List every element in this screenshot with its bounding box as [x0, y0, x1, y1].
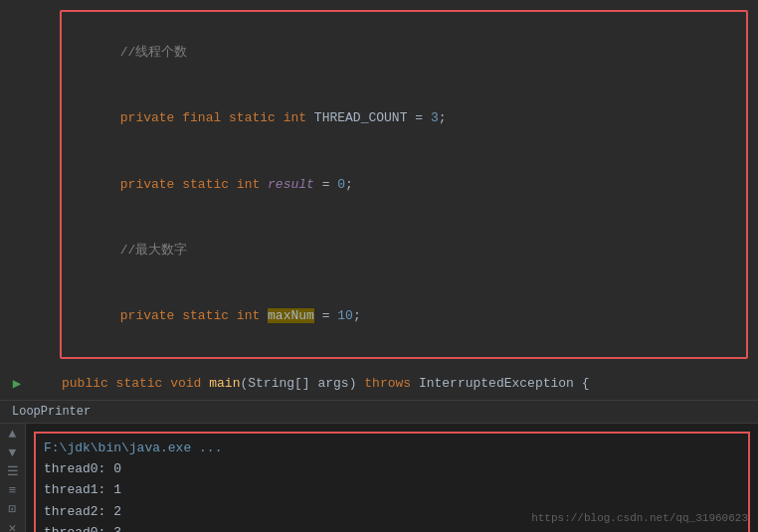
- type-3: int: [237, 308, 268, 323]
- code-line-1: private final static int THREAD_COUNT = …: [74, 86, 734, 151]
- settings-icon[interactable]: ≡: [9, 484, 17, 497]
- main-method-line: ▶ public static void main(String[] args)…: [0, 369, 758, 399]
- method-main: main: [209, 376, 240, 391]
- num-3: 3: [431, 110, 439, 125]
- comment-text: //线程个数: [120, 45, 188, 60]
- var-thread-count: THREAD_COUNT =: [314, 110, 431, 125]
- code-line-comment1: //线程个数: [74, 20, 734, 86]
- output-line-1: thread1: 1: [44, 479, 740, 500]
- watermark: https://blog.csdn.net/qq_31960623: [531, 512, 748, 524]
- keyword-1: private final static: [120, 110, 284, 125]
- breakpoint-dot: [38, 379, 48, 389]
- keyword-public: public static void: [62, 376, 209, 391]
- filter-icon[interactable]: ☰: [7, 465, 19, 478]
- var-maxnum: maxNum: [268, 308, 314, 323]
- code-block: //线程个数 private final static int THREAD_C…: [60, 10, 748, 359]
- close-icon[interactable]: ✕: [9, 522, 17, 533]
- code-line-3: private static int maxNum = 10;: [74, 283, 734, 349]
- main-method-code: public static void main(String[] args) t…: [62, 373, 590, 395]
- type-1: int: [284, 110, 314, 125]
- type-2: int: [237, 177, 268, 192]
- code-line-comment2: //最大数字: [74, 218, 734, 283]
- num-0: 0: [337, 177, 345, 192]
- console-sidebar: ▲ ▼ ☰ ≡ ⊡ ✕: [0, 424, 26, 533]
- run-arrow-icon[interactable]: ▶: [13, 373, 21, 397]
- var-result: result: [268, 177, 314, 192]
- output-cmd: F:\jdk\bin\java.exe ...: [44, 438, 740, 458]
- console-area: LoopPrinter ▲ ▼ ☰ ≡ ⊡ ✕ F:\jdk\bin\java.…: [0, 401, 758, 533]
- console-content: F:\jdk\bin\java.exe ... thread0: 0 threa…: [26, 424, 758, 533]
- console-title: LoopPrinter: [12, 405, 91, 419]
- num-10: 10: [337, 308, 353, 323]
- console-header: LoopPrinter: [0, 401, 758, 424]
- keyword-3: private static: [120, 308, 237, 323]
- scroll-up-icon[interactable]: ▲: [9, 428, 17, 441]
- keyword-throws: throws: [364, 376, 419, 391]
- code-line-2: private static int result = 0;: [74, 152, 734, 218]
- comment-text-2: //最大数字: [120, 243, 188, 258]
- editor-area: //线程个数 private final static int THREAD_C…: [0, 0, 758, 401]
- console-body: ▲ ▼ ☰ ≡ ⊡ ✕ F:\jdk\bin\java.exe ... thre…: [0, 424, 758, 533]
- print-icon[interactable]: ⊡: [9, 503, 17, 516]
- keyword-2: private static: [120, 177, 237, 192]
- scroll-down-icon[interactable]: ▼: [9, 446, 17, 459]
- output-line-0: thread0: 0: [44, 458, 740, 479]
